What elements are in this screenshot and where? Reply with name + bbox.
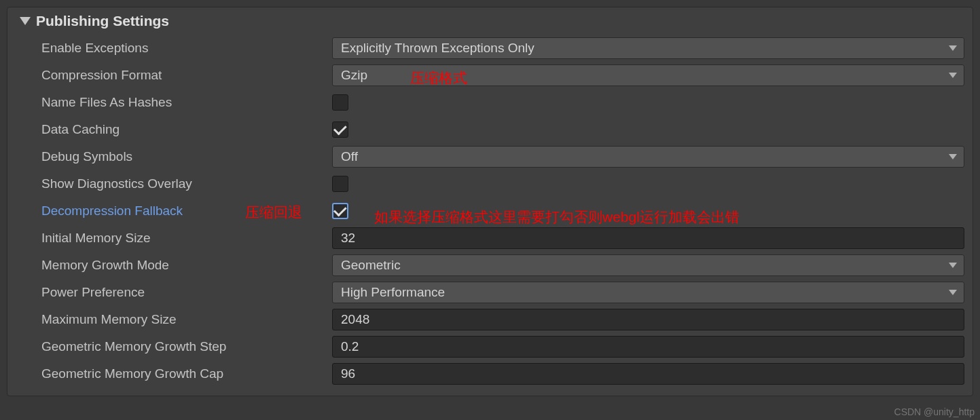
annotation-decompression-note: 如果选择压缩格式这里需要打勾否则webgl运行加载会出错 — [374, 208, 740, 227]
label-compression-format: Compression Format — [7, 68, 332, 83]
label-decompression-fallback: Decompression Fallback — [7, 204, 332, 218]
label-initial-memory-size: Initial Memory Size — [7, 231, 332, 246]
publishing-settings-panel: Publishing Settings Enable Exceptions Ex… — [7, 7, 973, 396]
dropdown-compression-format[interactable]: Gzip — [332, 64, 964, 86]
input-initial-memory-size[interactable] — [332, 227, 964, 249]
label-max-memory-size: Maximum Memory Size — [7, 312, 332, 327]
label-power-preference: Power Preference — [7, 285, 332, 300]
section-header[interactable]: Publishing Settings — [7, 7, 973, 35]
row-enable-exceptions: Enable Exceptions Explicitly Thrown Exce… — [7, 35, 973, 62]
label-data-caching: Data Caching — [7, 122, 332, 137]
input-geometric-growth-step[interactable] — [332, 336, 964, 358]
row-debug-symbols: Debug Symbols Off — [7, 143, 973, 170]
chevron-down-icon — [949, 73, 957, 78]
dropdown-memory-growth-mode[interactable]: Geometric — [332, 254, 964, 276]
input-geometric-growth-cap[interactable] — [332, 363, 964, 385]
dropdown-power-preference[interactable]: High Performance — [332, 282, 964, 303]
label-geometric-growth-step: Geometric Memory Growth Step — [7, 339, 332, 354]
row-initial-memory-size: Initial Memory Size — [7, 225, 973, 252]
row-compression-format: Compression Format Gzip 压缩格式 — [7, 62, 973, 89]
row-geometric-growth-cap: Geometric Memory Growth Cap — [7, 360, 973, 387]
watermark: CSDN @unity_http — [894, 406, 975, 417]
input-max-memory-size[interactable] — [332, 309, 964, 330]
expand-icon — [20, 17, 31, 25]
dropdown-value: Off — [341, 149, 358, 164]
label-enable-exceptions: Enable Exceptions — [7, 41, 332, 56]
row-decompression-fallback: Decompression Fallback 压缩回退 如果选择压缩格式这里需要… — [7, 197, 973, 225]
dropdown-value: High Performance — [341, 285, 445, 300]
label-geometric-growth-cap: Geometric Memory Growth Cap — [7, 366, 332, 381]
row-max-memory-size: Maximum Memory Size — [7, 306, 973, 333]
row-memory-growth-mode: Memory Growth Mode Geometric — [7, 252, 973, 279]
row-geometric-growth-step: Geometric Memory Growth Step — [7, 333, 973, 360]
label-debug-symbols: Debug Symbols — [7, 149, 332, 164]
row-name-files-hashes: Name Files As Hashes — [7, 89, 973, 116]
dropdown-debug-symbols[interactable]: Off — [332, 146, 964, 168]
dropdown-enable-exceptions[interactable]: Explicitly Thrown Exceptions Only — [332, 37, 964, 59]
checkbox-data-caching[interactable] — [332, 121, 348, 138]
checkbox-decompression-fallback[interactable] — [332, 203, 348, 219]
chevron-down-icon — [949, 263, 957, 268]
chevron-down-icon — [949, 45, 957, 51]
row-data-caching: Data Caching — [7, 116, 973, 143]
label-show-diagnostics: Show Diagnostics Overlay — [7, 176, 332, 191]
section-title: Publishing Settings — [36, 13, 169, 29]
row-show-diagnostics: Show Diagnostics Overlay — [7, 170, 973, 197]
checkbox-show-diagnostics[interactable] — [332, 176, 348, 192]
dropdown-value: Geometric — [341, 258, 401, 273]
chevron-down-icon — [949, 154, 957, 159]
dropdown-value: Explicitly Thrown Exceptions Only — [341, 41, 534, 56]
chevron-down-icon — [949, 290, 957, 295]
row-power-preference: Power Preference High Performance — [7, 279, 973, 306]
dropdown-value: Gzip — [341, 68, 367, 83]
label-name-files-hashes: Name Files As Hashes — [7, 95, 332, 110]
checkbox-name-files-hashes[interactable] — [332, 94, 348, 111]
label-memory-growth-mode: Memory Growth Mode — [7, 258, 332, 273]
